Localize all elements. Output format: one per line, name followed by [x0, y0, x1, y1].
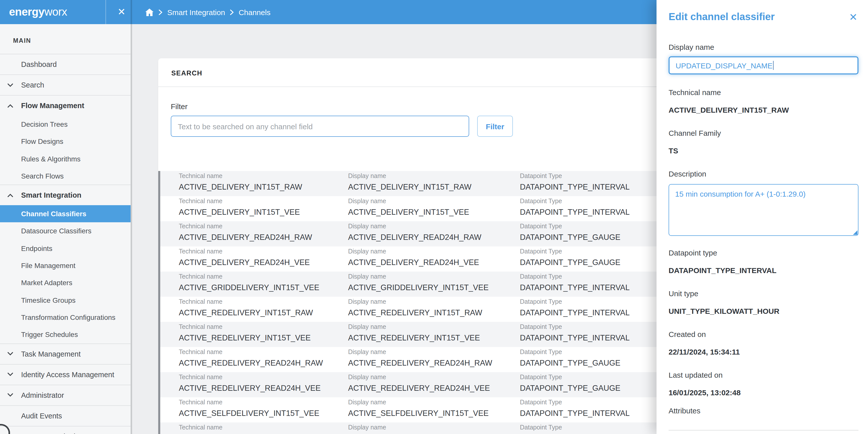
sidebar-item-market-adapters[interactable]: Market Adapters — [0, 274, 131, 292]
sidebar-item-label: Smart Integration — [21, 191, 82, 199]
sidebar-item-trigger-schedules[interactable]: Trigger Schedules — [0, 326, 131, 344]
sidebar-item-flow-designs[interactable]: Flow Designs — [0, 133, 131, 150]
energyworx-logo[interactable]: energyworx — [9, 0, 67, 24]
table-cell: Datapoint Type DATAPOINT_TYPE_INTERVAL — [520, 271, 630, 293]
sidebar-item-label: Process Monitoring — [21, 432, 83, 434]
cell-value: DATAPOINT_TYPE_INTERVAL — [520, 333, 630, 343]
sidebar-item-administrator[interactable]: Administrator — [0, 384, 131, 405]
cell-label: Display name — [348, 399, 489, 406]
table-cell: Technical name ACTIVE_REDELIVERY_INT15T_… — [179, 297, 313, 318]
sidebar-item-smart-integration[interactable]: Smart Integration — [0, 184, 131, 205]
technical-name-label: Technical name — [669, 87, 859, 97]
cell-value: DATAPOINT_TYPE_GAUGE — [520, 358, 620, 368]
table-cell: Technical name ACTIVE_DELIVERY_READ24H_V… — [179, 247, 310, 267]
sidebar-item-transformation-configurations[interactable]: Transformation Configurations — [0, 309, 131, 326]
sidebar-item-label: Identity Access Management — [21, 370, 114, 378]
breadcrumb-item-smart-integration[interactable]: Smart Integration — [167, 8, 225, 16]
sidebar-item-label: Flow Designs — [21, 138, 63, 146]
attributes-divider — [669, 430, 859, 431]
logo-text-light: worx — [44, 5, 67, 18]
breadcrumb-item-channels[interactable]: Channels — [239, 8, 271, 16]
sidebar-item-audit-events[interactable]: Audit Events — [0, 405, 131, 426]
sidebar-item-search[interactable]: Search — [0, 75, 131, 95]
list-scrollbar[interactable] — [158, 171, 160, 434]
chevron-up-icon — [7, 193, 13, 197]
edit-channel-panel: Edit channel classifier ✕ Display name U… — [656, 0, 868, 434]
last-updated-on-value: 16/01/2025, 13:02:48 — [669, 388, 859, 398]
sidebar-section-label: MAIN — [0, 24, 131, 54]
sidebar-item-task-management[interactable]: Task Management — [0, 343, 131, 364]
close-icon[interactable]: ✕ — [849, 11, 858, 23]
cell-label: Technical name — [179, 173, 302, 180]
description-textarea[interactable]: 15 min consumption for A+ (1-0:1.29.0) — [669, 184, 859, 236]
sidebar-item-identity-access-management[interactable]: Identity Access Management — [0, 364, 131, 384]
chevron-down-icon — [7, 352, 13, 355]
table-cell: Display name — [348, 423, 386, 434]
sidebar-item-dashboard[interactable]: Dashboard — [0, 54, 131, 75]
sidebar-nav: DashboardSearchFlow ManagementDecision T… — [0, 54, 131, 434]
filter-button[interactable]: Filter — [477, 116, 513, 137]
cell-label: Technical name — [179, 424, 222, 432]
cell-value: ACTIVE_GRIDDELIVERY_INT15T_VEE — [179, 283, 319, 293]
table-cell: Display name ACTIVE_DELIVERY_READ24H_RAW — [348, 221, 482, 242]
cell-value: ACTIVE_DELIVERY_INT15T_RAW — [348, 182, 471, 192]
cell-label: Display name — [348, 348, 492, 356]
cell-label: Technical name — [179, 374, 321, 381]
cell-value: ACTIVE_REDELIVERY_READ24H_RAW — [179, 358, 323, 368]
logo-text-bold: energy — [9, 5, 44, 18]
last-updated-on-label: Last updated on — [669, 370, 859, 380]
display-name-input[interactable]: UPDATED_DISPLAY_NAME — [669, 56, 859, 75]
cell-label: Technical name — [179, 198, 300, 205]
chevron-right-icon — [159, 9, 162, 15]
chevron-right-icon — [230, 9, 234, 15]
cell-label: Technical name — [179, 348, 323, 356]
sidebar-collapse-close-icon[interactable]: ✕ — [111, 0, 132, 24]
unit-type-value: UNIT_TYPE_KILOWATT_HOUR — [669, 306, 859, 316]
cell-label: Display name — [348, 298, 482, 306]
cell-value: ACTIVE_SELFDELIVERY_INT15T_VEE — [179, 408, 319, 418]
sidebar-item-label: Decision Trees — [21, 120, 68, 128]
cell-label: Datapoint Type — [520, 374, 620, 381]
chevron-down-icon — [7, 373, 13, 376]
cell-label: Datapoint Type — [520, 248, 620, 256]
table-cell: Technical name ACTIVE_DELIVERY_INT15T_RA… — [179, 171, 302, 192]
cell-value: ACTIVE_REDELIVERY_INT15T_VEE — [348, 333, 480, 343]
sidebar-item-process-monitoring[interactable]: Process Monitoring — [0, 426, 131, 434]
sidebar-item-datasource-classifiers[interactable]: Datasource Classifiers — [0, 223, 131, 240]
channel-search-input[interactable] — [171, 116, 469, 137]
sidebar-item-channel-classifiers[interactable]: Channel Classifiers — [0, 205, 131, 223]
sidebar-item-timeslice-groups[interactable]: Timeslice Groups — [0, 291, 131, 309]
sidebar-item-file-management[interactable]: File Management — [0, 257, 131, 274]
sidebar-item-label: File Management — [21, 261, 75, 269]
sidebar-item-endpoints[interactable]: Endpoints — [0, 240, 131, 257]
cell-value: ACTIVE_REDELIVERY_READ24H_VEE — [179, 383, 321, 393]
cell-label: Datapoint Type — [520, 323, 630, 331]
cell-label: Display name — [348, 273, 489, 281]
cell-value: ACTIVE_REDELIVERY_INT15T_RAW — [179, 308, 313, 318]
table-cell: Technical name ACTIVE_SELFDELIVERY_INT15… — [179, 397, 319, 418]
table-cell: Technical name ACTIVE_GRIDDELIVERY_INT15… — [179, 271, 319, 293]
sidebar-item-flow-management[interactable]: Flow Management — [0, 95, 131, 116]
datapoint-type-value: DATAPOINT_TYPE_INTERVAL — [669, 265, 859, 276]
cell-value: DATAPOINT_TYPE_GAUGE — [520, 258, 620, 267]
sidebar-item-label: Flow Management — [21, 102, 84, 110]
home-icon[interactable] — [145, 8, 154, 16]
display-name-value: UPDATED_DISPLAY_NAME — [676, 61, 773, 70]
created-on-value: 22/11/2024, 15:34:11 — [669, 347, 859, 357]
sidebar-item-label: Datasource Classifiers — [21, 227, 91, 235]
table-cell: Technical name ACTIVE_DELIVERY_READ24H_R… — [179, 221, 312, 242]
display-name-label: Display name — [669, 42, 859, 52]
table-cell: Datapoint Type DATAPOINT_TYPE_INTERVAL — [520, 196, 630, 217]
cell-value: ACTIVE_REDELIVERY_READ24H_VEE — [348, 383, 490, 393]
cell-label: Datapoint Type — [520, 273, 630, 281]
cell-label: Technical name — [179, 399, 319, 406]
chevron-down-icon — [7, 393, 13, 397]
sidebar: MAIN DashboardSearchFlow ManagementDecis… — [0, 24, 132, 434]
table-cell: Display name ACTIVE_REDELIVERY_READ24H_R… — [348, 347, 492, 368]
cell-label: Technical name — [179, 248, 310, 256]
sidebar-item-decision-trees[interactable]: Decision Trees — [0, 116, 131, 133]
sidebar-item-rules-algorithms[interactable]: Rules & Algorithms — [0, 150, 131, 168]
sidebar-item-search-flows[interactable]: Search Flows — [0, 168, 131, 185]
cell-value: ACTIVE_DELIVERY_READ24H_RAW — [348, 232, 482, 242]
unit-type-label: Unit type — [669, 289, 859, 299]
